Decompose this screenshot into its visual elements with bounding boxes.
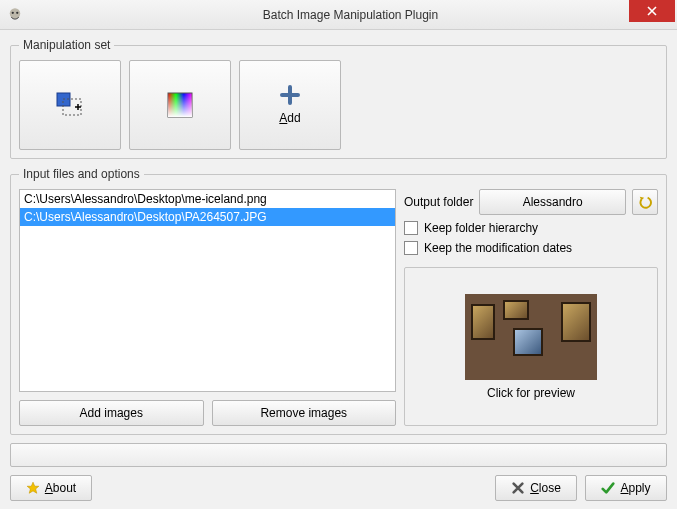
add-manipulation-label: Add: [279, 111, 300, 125]
svg-rect-8: [168, 93, 192, 117]
window-title: Batch Image Manipulation Plugin: [24, 8, 677, 22]
preview-thumbnail: [465, 294, 597, 380]
file-list[interactable]: C:\Users\Alessandro\Desktop\me-iceland.p…: [19, 189, 396, 392]
preview-caption: Click for preview: [487, 386, 575, 400]
star-icon: [26, 481, 40, 495]
apply-button[interactable]: Apply: [585, 475, 667, 501]
app-icon: [6, 6, 24, 24]
progress-bar: [10, 443, 667, 467]
manipulation-set-legend: Manipulation set: [19, 38, 114, 52]
file-item[interactable]: C:\Users\Alessandro\Desktop\PA264507.JPG: [20, 208, 395, 226]
undo-arrow-icon: [638, 195, 652, 209]
output-folder-button[interactable]: Alessandro: [479, 189, 626, 215]
input-files-legend: Input files and options: [19, 167, 144, 181]
about-button[interactable]: About: [10, 475, 92, 501]
svg-point-0: [10, 8, 21, 19]
manipulation-add-button[interactable]: Add: [239, 60, 341, 150]
color-spectrum-icon: [166, 91, 194, 119]
checkbox-icon: [404, 241, 418, 255]
keep-hierarchy-checkbox[interactable]: Keep folder hierarchy: [404, 221, 658, 235]
manipulation-color-button[interactable]: [129, 60, 231, 150]
add-images-button[interactable]: Add images: [19, 400, 204, 426]
keep-dates-checkbox[interactable]: Keep the modification dates: [404, 241, 658, 255]
files-right-pane: Output folder Alessandro Keep folder hie…: [404, 189, 658, 426]
manipulation-crop-button[interactable]: [19, 60, 121, 150]
manipulation-row: Add: [19, 60, 658, 150]
close-icon: [647, 6, 657, 16]
svg-point-2: [16, 11, 18, 13]
output-folder-reset-button[interactable]: [632, 189, 658, 215]
check-icon: [601, 481, 615, 495]
crop-icon: [53, 90, 87, 120]
window-close-button[interactable]: [629, 0, 675, 22]
manipulation-set-group: Manipulation set: [10, 38, 667, 159]
remove-images-button[interactable]: Remove images: [212, 400, 397, 426]
files-left-pane: C:\Users\Alessandro\Desktop\me-iceland.p…: [19, 189, 396, 426]
file-item[interactable]: C:\Users\Alessandro\Desktop\me-iceland.p…: [20, 190, 395, 208]
input-files-group: Input files and options C:\Users\Alessan…: [10, 167, 667, 435]
plus-icon: [280, 85, 300, 105]
title-bar: Batch Image Manipulation Plugin: [0, 0, 677, 30]
preview-button[interactable]: Click for preview: [404, 267, 658, 426]
cancel-icon: [511, 481, 525, 495]
close-button[interactable]: Close: [495, 475, 577, 501]
bottom-button-row: About Close Apply: [10, 475, 667, 501]
client-area: Manipulation set: [0, 30, 677, 509]
output-folder-label: Output folder: [404, 195, 473, 209]
svg-point-1: [12, 11, 14, 13]
checkbox-icon: [404, 221, 418, 235]
